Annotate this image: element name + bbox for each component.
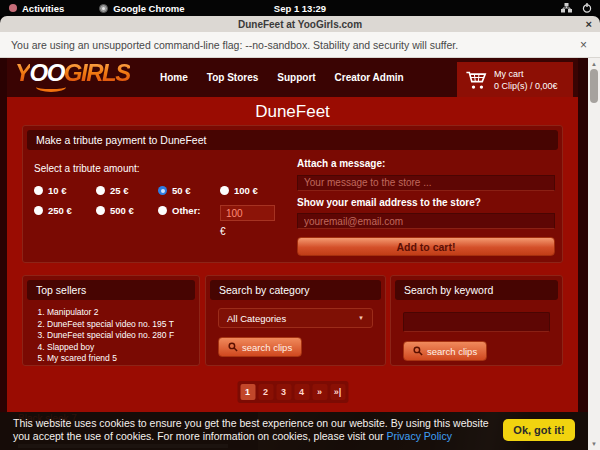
top-seller-item[interactable]: My scared friend 5 xyxy=(47,353,199,365)
page-button-3[interactable]: 3 xyxy=(276,384,291,400)
window-close-icon[interactable]: × xyxy=(586,16,592,32)
cookie-accept-button[interactable]: Ok, got it! xyxy=(503,419,575,441)
category-select[interactable]: All Categories ▼ xyxy=(218,308,373,328)
page-viewport: YOOGIRLS Home Top Stores Support Creator… xyxy=(0,58,600,450)
search-category-header: Search by category xyxy=(210,280,381,300)
cart-title: My cart xyxy=(494,68,558,80)
amount-option-100[interactable]: 100 € xyxy=(220,185,282,196)
search-icon xyxy=(228,342,238,352)
page-button-4[interactable]: 4 xyxy=(294,384,309,400)
cookie-text: This website uses cookies to ensure you … xyxy=(13,417,500,443)
scrollbar[interactable]: ▲ ▼ xyxy=(588,58,600,450)
search-keyword-panel: Search by keyword search clips xyxy=(390,275,563,366)
keyword-input[interactable] xyxy=(403,312,550,332)
other-amount-input[interactable] xyxy=(220,205,275,221)
site-header: YOOGIRLS Home Top Stores Support Creator… xyxy=(7,58,578,97)
sandbox-warning-bar: You are using an unsupported command-lin… xyxy=(0,32,600,58)
amount-section: Select a tribute amount: 10 € 25 € 50 xyxy=(34,158,290,237)
page-button-next[interactable]: » xyxy=(312,384,327,400)
top-seller-item[interactable]: DuneFeet special video no. 280 F xyxy=(47,330,199,342)
search-category-panel: Search by category All Categories ▼ sear… xyxy=(205,275,386,366)
page-button-last[interactable]: »| xyxy=(330,384,345,400)
add-to-cart-button[interactable]: Add to cart! xyxy=(297,237,555,256)
search-keyword-header: Search by keyword xyxy=(395,280,558,300)
cart-icon xyxy=(465,70,487,90)
scroll-up-icon[interactable]: ▲ xyxy=(588,61,600,67)
amount-option-10[interactable]: 10 € xyxy=(34,185,96,196)
amount-option-other[interactable]: Other: xyxy=(158,205,220,237)
warning-close-icon[interactable]: × xyxy=(580,32,587,58)
radio-icon[interactable] xyxy=(158,206,167,215)
page-wrapper: YOOGIRLS Home Top Stores Support Creator… xyxy=(7,58,578,412)
logo-smile-icon xyxy=(36,82,66,92)
network-icon[interactable] xyxy=(561,3,572,13)
top-sellers-header: Top sellers xyxy=(27,280,195,300)
radio-icon[interactable] xyxy=(96,186,105,195)
radio-icon[interactable] xyxy=(96,206,105,215)
nav-item-home[interactable]: Home xyxy=(160,72,188,83)
radio-icon[interactable] xyxy=(34,206,43,215)
cart-summary: 0 Clip(s) / 0,00€ xyxy=(494,80,558,92)
radio-icon[interactable] xyxy=(34,186,43,195)
keyword-search-button[interactable]: search clips xyxy=(403,341,487,361)
top-sellers-list: Manipulator 2 DuneFeet special video no.… xyxy=(47,307,199,365)
tribute-form-header: Make a tribute payment to DuneFeet xyxy=(27,130,558,150)
message-input[interactable] xyxy=(297,175,555,191)
pagination: 1 2 3 4 » »| xyxy=(237,381,348,403)
amount-option-500[interactable]: 500 € xyxy=(96,205,158,237)
clock[interactable]: Sep 1 13:29 xyxy=(0,3,600,14)
chevron-down-icon: ▼ xyxy=(358,315,364,321)
top-sellers-panel: Top sellers Manipulator 2 DuneFeet speci… xyxy=(22,275,200,366)
cookie-banner: This website uses cookies to ensure you … xyxy=(0,412,588,450)
currency-label: € xyxy=(220,226,282,237)
nav-item-top-stores[interactable]: Top Stores xyxy=(207,72,258,83)
cart-widget[interactable]: My cart 0 Clip(s) / 0,00€ xyxy=(457,62,573,97)
top-seller-item[interactable]: Slapped boy xyxy=(47,342,199,354)
page-button-2[interactable]: 2 xyxy=(258,384,273,400)
email-input[interactable] xyxy=(297,213,555,229)
other-amount-cell: € xyxy=(220,205,282,237)
scroll-down-icon[interactable]: ▼ xyxy=(588,441,600,447)
category-select-value: All Categories xyxy=(227,313,286,324)
system-bar: Activities Google Chrome Sep 1 13:29 xyxy=(0,0,600,16)
amount-option-50[interactable]: 50 € xyxy=(158,185,220,196)
window-title: DuneFeet at YooGirls.com xyxy=(238,19,362,30)
amount-label: Select a tribute amount: xyxy=(34,163,140,174)
amount-option-250[interactable]: 250 € xyxy=(34,205,96,237)
scrollbar-thumb[interactable] xyxy=(590,69,598,103)
warning-text: You are using an unsupported command-lin… xyxy=(11,39,458,51)
nav-item-creator-admin[interactable]: Creator Admin xyxy=(335,72,404,83)
screen: Activities Google Chrome Sep 1 13:29 Dun… xyxy=(0,0,600,450)
yoogirls-logo[interactable]: YOOGIRLS xyxy=(15,59,130,87)
nav-item-support[interactable]: Support xyxy=(277,72,315,83)
top-seller-item[interactable]: Manipulator 2 xyxy=(47,307,199,319)
category-search-button[interactable]: search clips xyxy=(218,337,302,357)
logo-part-girls: GIRLS xyxy=(64,59,130,86)
page-button-1[interactable]: 1 xyxy=(240,384,255,400)
main-nav: Home Top Stores Support Creator Admin xyxy=(160,58,404,97)
email-label: Show your email address to the store? xyxy=(297,197,555,208)
window-titlebar[interactable]: DuneFeet at YooGirls.com × xyxy=(0,16,600,32)
power-icon[interactable] xyxy=(582,3,592,13)
top-seller-item[interactable]: DuneFeet special video no. 195 T xyxy=(47,319,199,331)
tribute-form-panel: Make a tribute payment to DuneFeet Selec… xyxy=(22,125,563,263)
logo-part-y: Y xyxy=(15,59,30,86)
below-fold-content: Black sleek 7 This website uses cookies … xyxy=(0,412,588,450)
privacy-policy-link[interactable]: Privacy Policy xyxy=(387,430,452,442)
message-section: Attach a message: Show your email addres… xyxy=(297,158,555,256)
page-title: DuneFeet xyxy=(7,102,578,122)
amount-option-25[interactable]: 25 € xyxy=(96,185,158,196)
message-label: Attach a message: xyxy=(297,158,555,169)
amount-options: 10 € 25 € 50 € 100 € xyxy=(34,185,290,237)
radio-icon[interactable] xyxy=(158,186,167,195)
search-icon xyxy=(413,346,423,356)
radio-icon[interactable] xyxy=(220,186,229,195)
